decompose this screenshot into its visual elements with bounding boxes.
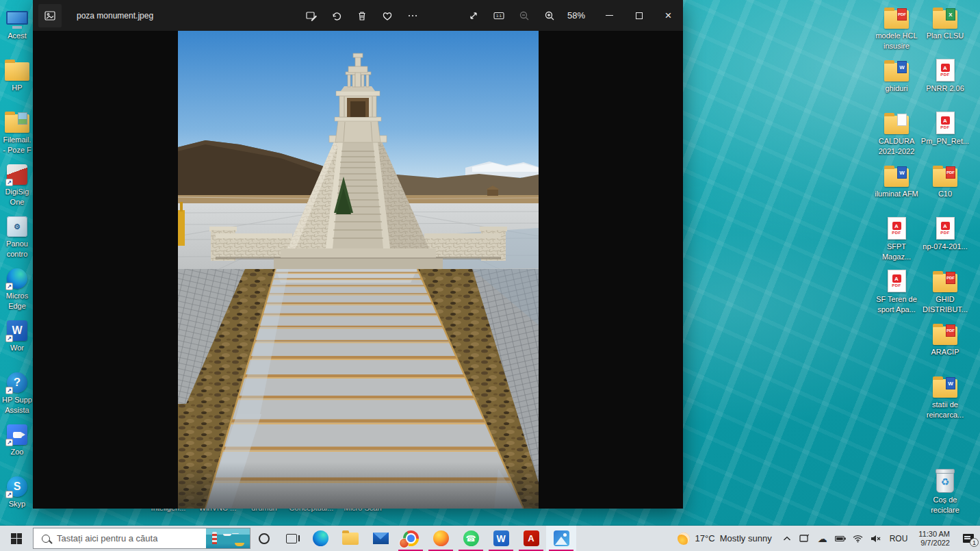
fullscreen-icon xyxy=(467,10,480,22)
taskbar-app-file-explorer[interactable] xyxy=(335,526,365,551)
language-indicator[interactable]: ROU xyxy=(886,534,912,543)
zoom-in-button[interactable] xyxy=(538,4,561,27)
acrobat-icon: A xyxy=(524,530,539,546)
file-explorer-icon xyxy=(342,533,359,545)
desktop-icon-c10[interactable]: PDF C10 xyxy=(920,164,970,199)
desktop-icon-np-074[interactable]: APDF np-074-201... xyxy=(920,216,970,252)
close-button[interactable]: × xyxy=(654,0,683,31)
tray-wifi[interactable] xyxy=(850,526,866,551)
zoom-in-icon xyxy=(543,10,556,22)
monument-photo[interactable] xyxy=(178,31,539,509)
tray-battery[interactable] xyxy=(832,526,849,551)
taskbar-app-word[interactable]: W xyxy=(486,526,516,551)
desktop-icon-statii[interactable]: W statii dereincarca... xyxy=(920,374,970,420)
clock-time: 11:30 AM xyxy=(918,530,950,539)
pdf-file-icon: APDF xyxy=(920,111,970,134)
edit-button[interactable] xyxy=(300,4,323,27)
action-center-button[interactable]: 1 xyxy=(957,526,980,551)
folder-icon xyxy=(872,111,921,134)
taskbar-app-photos[interactable] xyxy=(546,526,576,551)
desktop-icon-ghiduri[interactable]: W ghiduri xyxy=(872,58,921,94)
weather-sun-icon xyxy=(678,533,690,545)
pdf-file-icon: APDF xyxy=(920,58,970,81)
taskbar-app-firefox[interactable] xyxy=(426,526,456,551)
tray-onedrive[interactable]: ☁ xyxy=(814,526,831,551)
folder-word-icon: W xyxy=(872,58,921,81)
desktop-icon-modele-hcl[interactable]: PDF modele HCLinsusire xyxy=(872,5,921,51)
see-all-images-icon xyxy=(44,10,56,22)
task-view-button[interactable] xyxy=(278,526,305,551)
desktop-icon-aracip[interactable]: PDF ARACIP xyxy=(920,322,970,357)
rotate-icon xyxy=(331,10,343,22)
firefox-icon xyxy=(433,530,449,546)
zoom-out-icon xyxy=(518,10,530,22)
desktop-icon-iluminat-afm[interactable]: W iluminat AFM xyxy=(872,164,921,199)
battery-icon xyxy=(835,535,846,542)
pdf-file-icon: APDF xyxy=(872,269,921,292)
desktop-icon-recycle-bin[interactable]: ♻ Coș dereciclare xyxy=(920,470,970,515)
taskbar-app-whatsapp[interactable]: ☎ xyxy=(456,526,486,551)
desktop-icon-plan-clsu[interactable]: X Plan CLSU xyxy=(920,5,970,41)
edge-icon xyxy=(313,530,328,546)
fullscreen-button[interactable] xyxy=(462,4,485,27)
chevron-up-icon xyxy=(783,536,791,541)
photos-titlebar[interactable]: poza monument.jpeg xyxy=(33,0,683,31)
favorite-button[interactable] xyxy=(376,4,399,27)
desktop-icon-ghid-distribut[interactable]: PDF GHIDDISTRIBUT... xyxy=(920,269,970,315)
taskbar-search[interactable]: Tastați aici pentru a căuta xyxy=(33,528,250,549)
tray-volume-muted[interactable] xyxy=(868,526,884,551)
taskbar-app-acrobat[interactable]: A xyxy=(516,526,546,551)
delete-icon xyxy=(356,10,368,22)
chrome-icon xyxy=(403,530,419,546)
desktop-icon-pm-pn-ret[interactable]: APDF Pm_PN_Ret... xyxy=(920,111,970,146)
meet-now-icon xyxy=(799,534,810,543)
taskbar-app-edge[interactable] xyxy=(305,526,335,551)
taskbar: Tastați aici pentru a căuta ☎ W A 17°C M… xyxy=(0,526,980,551)
photos-icon xyxy=(554,530,569,546)
search-icon xyxy=(42,535,50,543)
tray-chevron-up[interactable] xyxy=(779,526,795,551)
search-placeholder: Tastați aici pentru a căuta xyxy=(57,533,157,543)
folder-pdf-icon: PDF xyxy=(872,5,921,29)
minimize-button[interactable] xyxy=(595,0,624,31)
cortana-button[interactable] xyxy=(250,526,278,551)
folder-pdf-icon: PDF xyxy=(920,269,970,292)
folder-pdf-icon: PDF xyxy=(920,164,970,187)
actual-size-icon: 1:1 xyxy=(493,10,505,22)
maximize-button[interactable] xyxy=(624,0,654,31)
desktop-icon-caldura[interactable]: CALDURA2021-2022 xyxy=(872,111,921,157)
taskbar-weather[interactable]: 17°C Mostly sunny xyxy=(671,526,779,551)
zoom-out-button[interactable] xyxy=(513,4,536,27)
see-more-button[interactable] xyxy=(401,4,424,27)
cloud-icon: ☁ xyxy=(818,534,827,543)
windows-logo-icon xyxy=(11,533,22,544)
word-icon: W xyxy=(493,530,509,546)
folder-word-icon: W xyxy=(872,164,921,187)
photo-viewport xyxy=(33,31,683,509)
see-all-images-button[interactable] xyxy=(38,4,62,27)
cortana-icon xyxy=(259,533,270,544)
mail-icon xyxy=(373,533,389,544)
actual-size-button[interactable]: 1:1 xyxy=(487,4,511,27)
pdf-file-icon: APDF xyxy=(872,216,921,240)
desktop-icon-sf-teren[interactable]: APDF SF Teren desport Apa... xyxy=(872,269,921,315)
tray-meet-now[interactable] xyxy=(797,526,813,551)
start-button[interactable] xyxy=(0,526,33,551)
folder-word-icon: W xyxy=(920,374,970,398)
desktop-icon-pnrr[interactable]: APDF PNRR 2.06 xyxy=(920,58,970,94)
notification-badge: 1 xyxy=(970,538,979,547)
wifi-icon xyxy=(853,535,863,543)
search-highlight-illustration xyxy=(206,528,250,549)
delete-button[interactable] xyxy=(350,4,374,27)
weather-temperature: 17°C xyxy=(695,533,715,543)
taskbar-app-chrome[interactable] xyxy=(396,526,426,551)
window-title: poza monument.jpeg xyxy=(77,11,153,21)
taskbar-clock[interactable]: 11:30 AM 9/7/2022 xyxy=(913,530,955,548)
photos-app-window: poza monument.jpeg xyxy=(33,0,683,509)
rotate-button[interactable] xyxy=(325,4,348,27)
recycle-bin-icon: ♻ xyxy=(920,470,970,493)
taskbar-app-mail[interactable] xyxy=(365,526,396,551)
whatsapp-icon: ☎ xyxy=(463,530,479,546)
volume-muted-icon xyxy=(871,535,881,543)
desktop-icon-sfpt-magaz[interactable]: APDF SFPTMagaz... xyxy=(872,216,921,262)
